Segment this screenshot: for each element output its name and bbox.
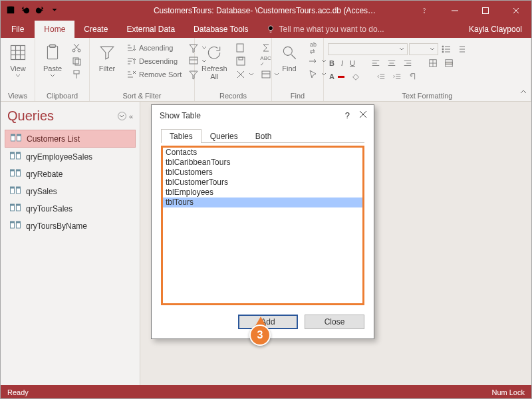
text-direction-button[interactable]: [407, 71, 419, 82]
nav-item-query[interactable]: qrySales: [5, 183, 136, 200]
format-painter-button[interactable]: [70, 68, 83, 80]
svg-rect-34: [262, 71, 270, 78]
numbering-button[interactable]: [454, 43, 467, 55]
nav-title: Queries: [7, 108, 54, 124]
find-button[interactable]: Find: [276, 41, 303, 74]
sort-descending-button[interactable]: Descending: [124, 55, 183, 67]
maximize-button[interactable]: [470, 1, 501, 21]
svg-point-17: [72, 49, 75, 52]
svg-line-19: [74, 44, 79, 49]
group-clipboard: Paste Clipboard: [35, 38, 90, 101]
delete-record-button[interactable]: [234, 68, 255, 80]
view-label: View: [10, 65, 26, 72]
gridlines-button[interactable]: [427, 58, 439, 68]
sort-ascending-button[interactable]: Ascending: [124, 42, 183, 54]
dialog-titlebar[interactable]: Show Table ?: [152, 105, 374, 124]
nav-collapse-icon[interactable]: «: [129, 112, 133, 120]
svg-point-38: [442, 46, 444, 47]
tab-tables[interactable]: Tables: [161, 129, 201, 143]
underline-button[interactable]: U: [348, 58, 356, 68]
svg-rect-90: [17, 221, 21, 223]
list-option[interactable]: tblCaribbeanTours: [163, 158, 362, 168]
nav-item-label: Customers List: [27, 134, 80, 144]
nav-item-query[interactable]: qryTourSales: [5, 200, 136, 217]
nav-menu-icon[interactable]: [118, 112, 126, 120]
remove-sort-button[interactable]: Remove Sort: [124, 68, 183, 80]
group-records: Refresh All ABC✓ Records: [195, 38, 272, 101]
redo-icon[interactable]: [35, 5, 45, 17]
tab-both[interactable]: Both: [247, 129, 281, 143]
qat-customize-icon[interactable]: [50, 5, 59, 17]
italic-button[interactable]: I: [340, 58, 344, 68]
user-name[interactable]: Kayla Claypool: [460, 21, 531, 38]
lightbulb-icon: [266, 25, 275, 34]
nav-item-query[interactable]: qryToursByName: [5, 217, 136, 234]
group-text-formatting: B I U A Text Formatting: [324, 38, 531, 101]
save-icon[interactable]: [6, 5, 15, 17]
indent-decrease-button[interactable]: [375, 71, 387, 82]
collapse-ribbon-button[interactable]: [519, 88, 527, 97]
group-label-clipboard: Clipboard: [39, 90, 85, 100]
list-option[interactable]: tblEmployees: [163, 188, 362, 198]
align-left-button[interactable]: [370, 58, 382, 68]
minimize-button[interactable]: [440, 1, 470, 21]
bold-button[interactable]: B: [328, 58, 336, 68]
filter-button[interactable]: Filter: [94, 41, 120, 74]
add-button[interactable]: Add: [238, 315, 298, 329]
nav-item-query[interactable]: qryRebate: [5, 166, 136, 182]
paste-button[interactable]: Paste: [39, 41, 66, 79]
copy-button[interactable]: [70, 55, 83, 67]
dialog-title: Show Table: [160, 111, 201, 120]
save-record-button[interactable]: [234, 55, 255, 67]
close-dialog-button[interactable]: Close: [305, 315, 364, 329]
paste-label: Paste: [43, 65, 62, 72]
list-option[interactable]: tblCustomers: [163, 168, 362, 178]
alt-row-button[interactable]: [443, 58, 455, 68]
tab-file[interactable]: File: [1, 21, 35, 38]
tab-database-tools[interactable]: Database Tools: [184, 21, 258, 38]
new-record-button[interactable]: [234, 42, 255, 54]
refresh-all-button[interactable]: Refresh All: [199, 41, 230, 82]
svg-rect-21: [73, 58, 78, 64]
list-option[interactable]: tblTours: [163, 198, 362, 207]
chevron-up-icon: [519, 88, 527, 96]
indent-increase-button[interactable]: [391, 71, 403, 82]
tables-listbox[interactable]: ContactstblCaribbeanTourstblCustomerstbl…: [161, 146, 364, 305]
nav-item-label: qryEmployeeSales: [26, 152, 92, 162]
fill-color-button[interactable]: [350, 71, 362, 82]
remove-sort-icon: [126, 69, 136, 80]
tab-external-data[interactable]: External Data: [117, 21, 184, 38]
list-option[interactable]: Contacts: [163, 148, 362, 158]
cut-button[interactable]: [70, 42, 83, 54]
list-option[interactable]: tblCustomerTours: [163, 178, 362, 188]
dialog-close-button[interactable]: [359, 110, 367, 120]
undo-icon[interactable]: [21, 5, 30, 17]
nav-item-query[interactable]: Customers List: [5, 130, 136, 148]
svg-rect-60: [446, 62, 453, 65]
cursor-icon: [308, 69, 319, 80]
copy-icon: [71, 56, 82, 66]
tab-home[interactable]: Home: [35, 21, 74, 38]
font-family-combo[interactable]: [328, 43, 408, 55]
view-button[interactable]: View: [5, 41, 31, 79]
align-right-button[interactable]: [402, 58, 414, 68]
bullets-button[interactable]: [440, 43, 453, 55]
help-button[interactable]: [409, 1, 440, 21]
svg-rect-30: [237, 57, 245, 65]
font-color-button[interactable]: A: [328, 71, 346, 82]
group-views: View Views: [1, 38, 35, 101]
tab-queries[interactable]: Queries: [201, 129, 247, 143]
dialog-help-button[interactable]: ?: [345, 110, 350, 120]
font-size-combo[interactable]: [409, 43, 438, 55]
tab-create[interactable]: Create: [74, 21, 117, 38]
align-center-button[interactable]: [386, 58, 398, 68]
tell-me-search[interactable]: Tell me what you want to do...: [258, 21, 392, 38]
close-button[interactable]: [501, 1, 531, 21]
query-icon: [11, 133, 21, 144]
svg-rect-74: [17, 152, 21, 154]
funnel-icon: [96, 42, 118, 63]
chevron-down-icon: [50, 74, 55, 78]
chevron-down-icon: [430, 47, 435, 51]
quick-access-toolbar: [1, 5, 120, 17]
nav-item-query[interactable]: qryEmployeeSales: [5, 148, 136, 165]
